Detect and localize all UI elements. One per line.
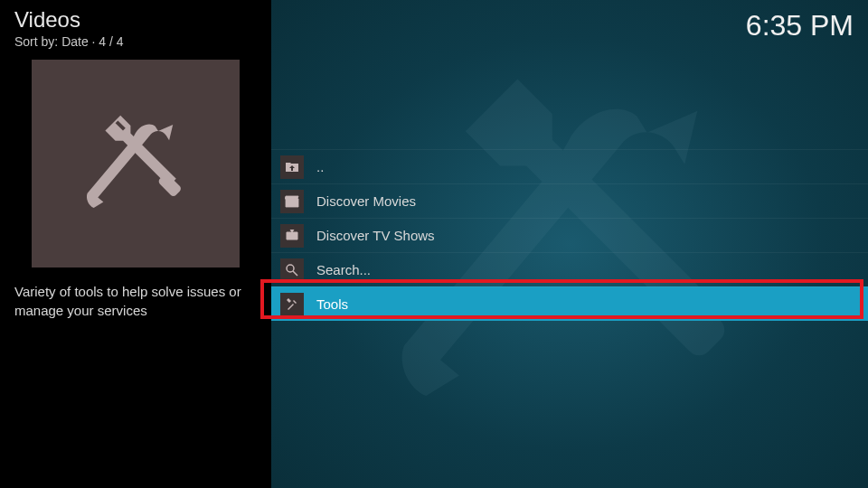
svg-rect-2 bbox=[287, 232, 297, 239]
menu-item-search[interactable]: Search... bbox=[271, 252, 868, 286]
menu-item-label: Discover Movies bbox=[316, 193, 416, 209]
svg-point-3 bbox=[287, 265, 294, 272]
menu-item-discover-movies[interactable]: Discover Movies bbox=[271, 183, 868, 218]
thumbnail bbox=[32, 60, 240, 267]
folder-up-icon bbox=[280, 155, 304, 179]
sort-info: Sort by: Date · 4 / 4 bbox=[14, 34, 257, 49]
section-title: Videos bbox=[14, 7, 257, 33]
left-panel: Videos Sort by: Date · 4 / 4 Variety of … bbox=[0, 0, 271, 488]
menu-item-label: Tools bbox=[316, 296, 348, 312]
menu-item-tools[interactable]: Tools bbox=[271, 286, 868, 321]
menu-item-label: .. bbox=[316, 159, 324, 174]
tv-icon bbox=[280, 224, 304, 248]
clapper-icon bbox=[280, 190, 304, 213]
menu-item-label: Discover TV Shows bbox=[316, 228, 435, 243]
menu-item-discover-tv[interactable]: Discover TV Shows bbox=[271, 218, 868, 252]
right-panel: 6:35 PM .. Discover Movies Discover TV S… bbox=[271, 0, 868, 488]
menu-item-label: Search... bbox=[316, 262, 371, 277]
tools-icon bbox=[280, 293, 304, 316]
menu-item-parent[interactable]: .. bbox=[271, 149, 868, 183]
svg-line-4 bbox=[293, 271, 297, 276]
thumbnail-description: Variety of tools to help solve issues or… bbox=[14, 282, 257, 320]
menu-list: .. Discover Movies Discover TV Shows Sea… bbox=[271, 149, 868, 321]
tools-icon bbox=[72, 100, 199, 227]
clock: 6:35 PM bbox=[746, 9, 854, 42]
search-icon bbox=[280, 258, 304, 282]
